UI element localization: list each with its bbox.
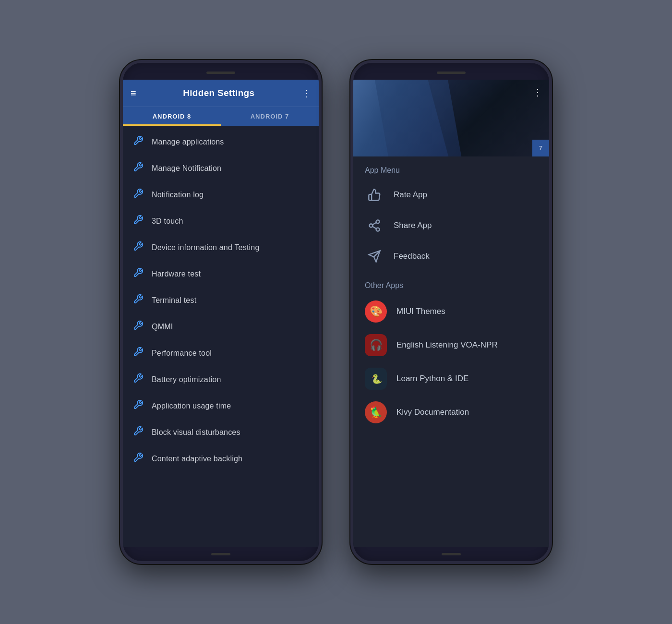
other-apps-section-title: Other Apps — [365, 281, 538, 290]
python-label: Learn Python & IDE — [396, 374, 468, 384]
python-icon: 🐍 — [365, 368, 387, 390]
kivy-item[interactable]: 🦜 Kivy Documentation — [365, 396, 538, 429]
share-icon — [365, 216, 384, 235]
list-item[interactable]: Device information and Testing — [123, 234, 319, 261]
menu-list: Manage applications Manage Notification … — [123, 126, 319, 547]
phone-speaker-right — [437, 72, 466, 74]
tab-android7[interactable]: ANDROID 7 — [221, 107, 319, 126]
menu-item-text-5: Hardware test — [152, 270, 201, 278]
list-item[interactable]: Battery optimization — [123, 366, 319, 393]
list-item[interactable]: Notification log — [123, 181, 319, 208]
tool-icon-4 — [132, 241, 144, 254]
list-item[interactable]: Hardware test — [123, 261, 319, 287]
menu-item-text-8: Performance tool — [152, 349, 212, 358]
menu-item-text-3: 3D touch — [152, 217, 183, 226]
feedback-label: Feedback — [394, 252, 430, 261]
divider — [365, 272, 538, 281]
menu-item-text-7: QMMI — [152, 323, 173, 331]
kivy-icon: 🦜 — [365, 401, 387, 423]
tool-icon-12 — [132, 452, 144, 465]
tool-icon-6 — [132, 294, 144, 307]
list-item[interactable]: Content adaptive backligh — [123, 445, 319, 472]
svg-line-4 — [372, 223, 376, 225]
tool-icon-8 — [132, 347, 144, 360]
voa-icon: 🎧 — [365, 334, 387, 356]
list-item[interactable]: Performance tool — [123, 340, 319, 366]
tool-icon-0 — [132, 135, 144, 148]
kivy-label: Kivy Documentation — [396, 408, 469, 417]
app-header: ≡ Hidden Settings ⋮ — [123, 80, 319, 107]
tool-icon-7 — [132, 320, 144, 333]
miui-themes-item[interactable]: 🎨 MIUI Themes — [365, 295, 538, 328]
list-item[interactable]: Manage Notification — [123, 155, 319, 181]
svg-point-1 — [370, 224, 373, 228]
hero-area: ⋮ 7 — [353, 80, 549, 156]
share-app-label: Share App — [394, 221, 432, 230]
list-item[interactable]: 3D touch — [123, 208, 319, 234]
menu-item-text-10: Application usage time — [152, 402, 231, 410]
miui-themes-icon: 🎨 — [365, 300, 387, 323]
voa-item[interactable]: 🎧 English Listening VOA-NPR — [365, 328, 538, 362]
right-tab-bar[interactable]: 7 — [532, 140, 549, 156]
svg-line-3 — [372, 227, 376, 229]
left-phone-screen: ≡ Hidden Settings ⋮ ANDROID 8 ANDROID 7 … — [123, 80, 319, 547]
list-item[interactable]: QMMI — [123, 313, 319, 340]
menu-item-text-2: Notification log — [152, 191, 204, 199]
tool-icon-1 — [132, 162, 144, 175]
list-item[interactable]: Application usage time — [123, 393, 319, 419]
share-app-item[interactable]: Share App — [365, 210, 538, 241]
tool-icon-5 — [132, 267, 144, 280]
menu-item-text-4: Device information and Testing — [152, 243, 260, 252]
svg-point-2 — [376, 228, 380, 231]
hero-diagonal-2 — [373, 80, 463, 156]
hero-image — [353, 80, 549, 156]
list-item[interactable]: Block visual disturbances — [123, 419, 319, 445]
app-menu-section-title: App Menu — [365, 166, 538, 175]
tool-icon-9 — [132, 373, 144, 386]
feedback-item[interactable]: Feedback — [365, 241, 538, 272]
tool-icon-10 — [132, 399, 144, 412]
thumbs-up-icon — [365, 185, 384, 204]
right-phone: ⋮ 7 App Menu Rate App — [350, 60, 552, 564]
tool-icon-3 — [132, 215, 144, 228]
menu-item-text-1: Manage Notification — [152, 164, 221, 173]
app-title: Hidden Settings — [183, 88, 254, 98]
menu-item-text-12: Content adaptive backligh — [152, 455, 242, 463]
hamburger-icon[interactable]: ≡ — [131, 88, 136, 99]
tab-android8[interactable]: ANDROID 8 — [123, 107, 221, 126]
home-button — [211, 553, 230, 555]
list-item[interactable]: Manage applications — [123, 129, 319, 155]
home-button-right — [442, 553, 461, 555]
tab-bar: ANDROID 8 ANDROID 7 — [123, 107, 319, 126]
tool-icon-2 — [132, 188, 144, 201]
svg-text:🐍: 🐍 — [371, 373, 383, 384]
send-icon — [365, 247, 384, 266]
right-more-icon[interactable]: ⋮ — [533, 86, 542, 98]
menu-item-text-0: Manage applications — [152, 138, 224, 146]
menu-item-text-11: Block visual disturbances — [152, 428, 240, 437]
svg-point-0 — [376, 220, 380, 223]
rate-app-item[interactable]: Rate App — [365, 180, 538, 210]
python-item[interactable]: 🐍 Learn Python & IDE — [365, 362, 538, 396]
miui-themes-label: MIUI Themes — [396, 307, 445, 316]
menu-item-text-6: Terminal test — [152, 296, 196, 305]
rate-app-label: Rate App — [394, 190, 427, 200]
more-menu-icon[interactable]: ⋮ — [301, 87, 311, 99]
menu-item-text-9: Battery optimization — [152, 375, 221, 384]
list-item[interactable]: Terminal test — [123, 287, 319, 313]
right-phone-screen: ⋮ 7 App Menu Rate App — [353, 80, 549, 547]
left-phone: ≡ Hidden Settings ⋮ ANDROID 8 ANDROID 7 … — [120, 60, 322, 564]
app-menu-content: App Menu Rate App — [353, 156, 549, 547]
voa-label: English Listening VOA-NPR — [396, 340, 498, 350]
tool-icon-11 — [132, 426, 144, 439]
phone-speaker — [206, 72, 235, 74]
